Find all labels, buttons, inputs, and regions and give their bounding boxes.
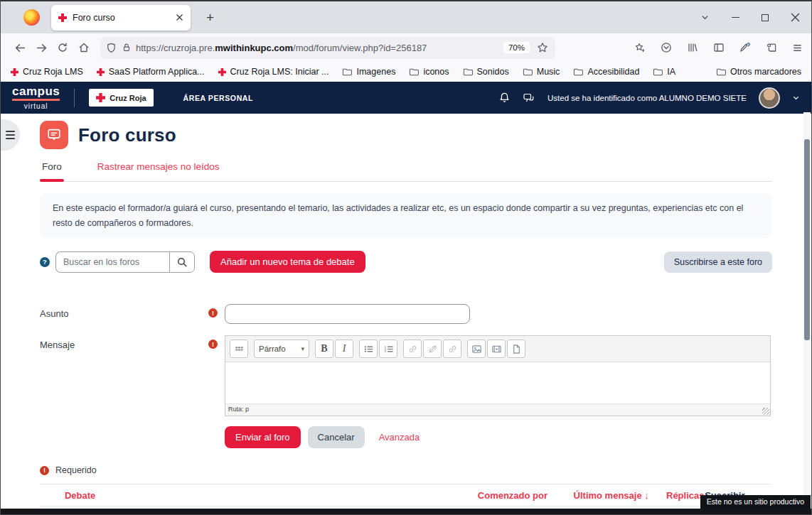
- italic-button[interactable]: I: [335, 340, 353, 358]
- new-tab-button[interactable]: +: [206, 11, 214, 24]
- cross-icon: [97, 68, 105, 76]
- back-icon[interactable]: [9, 37, 31, 58]
- tab-foro[interactable]: Foro: [40, 161, 64, 181]
- browser-tab[interactable]: Foro curso: [51, 5, 191, 31]
- bookmark-folder[interactable]: Sonidos: [463, 67, 509, 77]
- shield-icon[interactable]: [106, 43, 117, 53]
- header-divider: [74, 89, 75, 107]
- sort-desc-icon: ↓: [644, 490, 649, 501]
- message-editor-area[interactable]: [225, 362, 770, 403]
- nav-area-personal[interactable]: ÁREA PERSONAL: [183, 94, 253, 102]
- course-index-drawer-toggle[interactable]: [1, 119, 20, 151]
- extensions-icon[interactable]: [766, 42, 777, 53]
- subject-label: Asunto: [40, 304, 208, 324]
- bookmarks-menu-icon[interactable]: [634, 42, 646, 53]
- insert-image-button[interactable]: [467, 340, 486, 358]
- editor-status-bar: Ruta: p: [225, 403, 770, 416]
- cross-icon: [96, 93, 105, 102]
- new-discussion-form: Asunto ! Mensaje !: [40, 304, 772, 448]
- bookmark-folder[interactable]: IA: [653, 67, 675, 77]
- cancel-button[interactable]: Cancelar: [308, 426, 365, 448]
- list-tabs-chevron-icon[interactable]: [700, 13, 710, 22]
- lock-icon[interactable]: [122, 43, 132, 53]
- subscribe-forum-button[interactable]: Suscribirse a este foro: [664, 251, 772, 273]
- forum-description: En este espacio el formador/a guiará el …: [40, 193, 772, 238]
- pocket-icon[interactable]: [661, 42, 672, 53]
- app-menu-icon[interactable]: [792, 43, 803, 53]
- firefox-logo-icon[interactable]: [23, 9, 40, 26]
- url-bar[interactable]: https://cruzroja.pre.mwithinkupc.com/mod…: [100, 37, 555, 59]
- manage-files-button[interactable]: [507, 340, 525, 358]
- paragraph-format-select[interactable]: Párrafo ▾: [254, 340, 309, 358]
- required-icon: !: [208, 308, 218, 318]
- caret-down-icon: ▾: [301, 345, 304, 352]
- header-debate[interactable]: Debate: [65, 490, 478, 501]
- notifications-bell-icon[interactable]: [498, 92, 511, 104]
- other-bookmarks[interactable]: Otros marcadores: [716, 67, 801, 77]
- bookmark-item[interactable]: SaaS Platform Applica...: [97, 67, 205, 77]
- zoom-level-badge[interactable]: 70%: [503, 42, 530, 53]
- user-menu-chevron-icon[interactable]: [792, 94, 800, 102]
- folder-icon: [409, 67, 419, 76]
- subject-input[interactable]: [225, 304, 470, 324]
- submit-post-button[interactable]: Enviar al foro: [225, 426, 301, 448]
- eyedropper-icon[interactable]: [739, 42, 751, 53]
- unlink-button[interactable]: [423, 340, 442, 358]
- forum-activity-icon: [40, 121, 68, 149]
- home-icon[interactable]: [73, 37, 95, 58]
- search-forums-input[interactable]: [55, 251, 169, 273]
- bookmark-item[interactable]: Cruz Roja LMS: [11, 67, 83, 77]
- minimize-button[interactable]: [732, 17, 739, 18]
- editor-toolbar: Párrafo ▾ B I: [225, 336, 770, 362]
- help-icon[interactable]: ?: [40, 257, 50, 267]
- search-button[interactable]: [169, 251, 195, 273]
- sidebar-icon[interactable]: [713, 42, 725, 53]
- bookmark-star-icon[interactable]: [537, 42, 548, 53]
- campus-virtual-logo[interactable]: campus virtual: [12, 85, 60, 110]
- discussions-table: Debate Comenzado por Último mensaje ↓ Ré…: [40, 484, 772, 509]
- page-title: Foro curso: [78, 124, 176, 146]
- user-avatar[interactable]: [759, 87, 780, 109]
- add-discussion-button[interactable]: Añadir un nuevo tema de debate: [210, 251, 365, 273]
- link-button[interactable]: [403, 340, 422, 358]
- favicon-cross-icon: [58, 13, 67, 22]
- cruz-roja-brand[interactable]: Cruz Roja: [89, 89, 153, 107]
- auto-link-button[interactable]: [443, 340, 461, 358]
- message-editor: Párrafo ▾ B I: [225, 335, 771, 416]
- maximize-button[interactable]: [762, 14, 769, 21]
- folder-icon: [523, 67, 533, 76]
- message-label: Mensaje: [40, 335, 208, 416]
- svg-text:3: 3: [384, 349, 386, 353]
- bookmarks-bar: Cruz Roja LMS SaaS Platform Applica... C…: [1, 62, 811, 82]
- insert-media-button[interactable]: [487, 340, 506, 358]
- header-last-post[interactable]: Último mensaje ↓: [574, 490, 666, 501]
- bullet-list-button[interactable]: [359, 340, 378, 358]
- bold-button[interactable]: B: [315, 340, 333, 358]
- page-scrollbar[interactable]: [803, 112, 811, 508]
- bookmark-folder[interactable]: Accesibilidad: [573, 67, 639, 77]
- url-text: https://cruzroja.pre.mwithinkupc.com/mod…: [136, 43, 427, 53]
- page-content: Foro curso Foro Rastrear mensajes no leí…: [1, 114, 811, 509]
- advanced-link[interactable]: Avanzada: [379, 432, 420, 443]
- bookmark-folder[interactable]: Imagenes: [342, 67, 395, 77]
- required-note: Requerido: [55, 465, 97, 475]
- header-replies[interactable]: Réplicas: [666, 490, 705, 501]
- toolbar-toggle-icon[interactable]: [230, 340, 248, 358]
- library-icon[interactable]: [687, 42, 698, 53]
- cross-icon: [11, 68, 18, 76]
- bookmark-folder[interactable]: iconos: [409, 67, 449, 77]
- tab-rastrear-mensajes[interactable]: Rastrear mensajes no leídos: [95, 161, 222, 181]
- bookmark-folder[interactable]: Music: [523, 67, 560, 77]
- editor-resize-handle[interactable]: [762, 408, 769, 415]
- scrollbar-thumb[interactable]: [804, 139, 810, 340]
- messages-icon[interactable]: [523, 92, 535, 104]
- forward-icon[interactable]: [31, 37, 52, 58]
- header-started-by[interactable]: Comenzado por: [478, 490, 574, 501]
- bookmark-item[interactable]: Cruz Roja LMS: Iniciar ...: [218, 67, 329, 77]
- forum-tabs: Foro Rastrear mensajes no leídos: [40, 161, 772, 182]
- environment-tooltip: Este no es un sitio productivo: [700, 495, 811, 509]
- numbered-list-button[interactable]: 123: [379, 340, 397, 358]
- tab-close-icon[interactable]: [176, 13, 183, 21]
- reload-icon[interactable]: [52, 37, 73, 58]
- close-window-button[interactable]: [791, 13, 800, 22]
